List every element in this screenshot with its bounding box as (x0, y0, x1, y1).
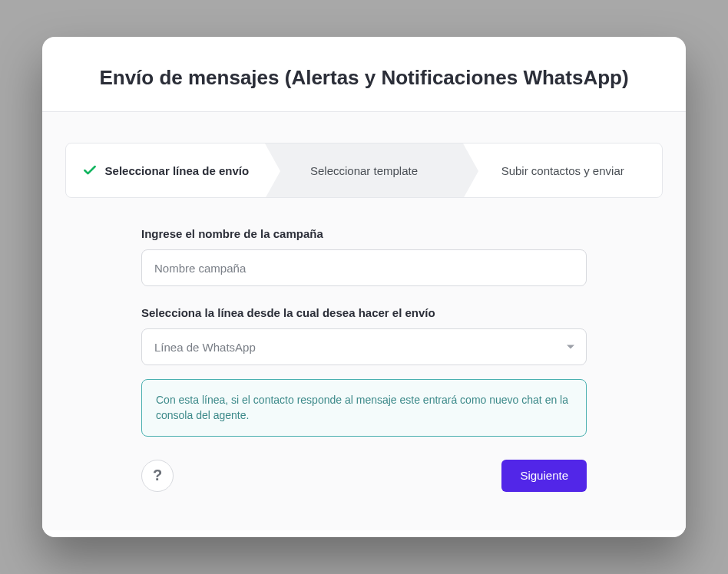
step-label: Subir contactos y enviar (501, 164, 624, 177)
check-icon (82, 163, 98, 178)
modal-header: Envío de mensajes (Alertas y Notificacio… (42, 37, 686, 111)
line-select[interactable]: Línea de WhatsApp (141, 328, 587, 365)
line-select-wrapper: Línea de WhatsApp (141, 328, 587, 365)
page-title: Envío de mensajes (Alertas y Notificacio… (73, 66, 655, 90)
campaign-name-label: Ingrese el nombre de la campaña (141, 227, 587, 240)
form-area: Ingrese el nombre de la campaña Seleccio… (141, 227, 587, 492)
next-button[interactable]: Siguiente (501, 460, 587, 492)
line-select-label: Selecciona la línea desde la cual desea … (141, 306, 587, 319)
help-button[interactable]: ? (141, 460, 174, 492)
content-area: Seleccionar línea de envío Seleccionar t… (42, 112, 686, 530)
footer-row: ? Siguiente (141, 460, 587, 492)
step-label: Seleccionar template (310, 164, 418, 177)
question-mark-icon: ? (153, 467, 162, 484)
step-upload-contacts[interactable]: Subir contactos y enviar (463, 144, 662, 197)
line-info-banner: Con esta línea, si el contacto responde … (141, 379, 587, 437)
wizard-stepper: Seleccionar línea de envío Seleccionar t… (65, 143, 663, 198)
campaign-name-input[interactable] (141, 249, 587, 286)
step-select-template[interactable]: Seleccionar template (265, 144, 464, 197)
step-select-line[interactable]: Seleccionar línea de envío (66, 144, 265, 197)
step-label: Seleccionar línea de envío (105, 164, 250, 177)
modal-card: Envío de mensajes (Alertas y Notificacio… (42, 37, 686, 537)
